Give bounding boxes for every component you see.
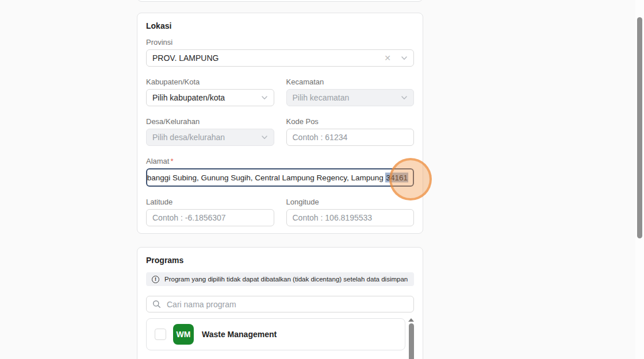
info-icon xyxy=(152,276,159,283)
search-icon xyxy=(152,300,161,308)
provinsi-select[interactable]: PROV. LAMPUNG ✕ xyxy=(146,49,414,67)
desa-select: Pilih desa/kelurahan xyxy=(146,129,274,146)
lokasi-card: Lokasi Provinsi PROV. LAMPUNG ✕ Kabupate… xyxy=(137,13,423,234)
kode-pos-label: Kode Pos xyxy=(286,117,415,126)
kabupaten-select[interactable]: Pilih kabupaten/kota xyxy=(146,89,274,106)
latitude-input[interactable] xyxy=(146,209,274,226)
lokasi-title: Lokasi xyxy=(146,21,414,30)
clear-icon[interactable]: ✕ xyxy=(384,54,391,62)
provinsi-field: Provinsi PROV. LAMPUNG ✕ xyxy=(146,38,414,67)
program-list: WM Waste Management xyxy=(146,318,405,359)
longitude-input[interactable] xyxy=(286,209,415,226)
kode-pos-field: Kode Pos xyxy=(286,117,415,146)
program-checkbox[interactable] xyxy=(155,329,166,340)
page-scrollbar-thumb[interactable] xyxy=(637,17,642,238)
program-list-scrollbar[interactable] xyxy=(408,318,414,359)
chevron-down-icon xyxy=(261,134,268,141)
chevron-down-icon xyxy=(261,94,268,101)
desa-field: Desa/Kelurahan Pilih desa/kelurahan xyxy=(146,117,274,146)
kecamatan-label: Kecamatan xyxy=(286,78,415,86)
alamat-value: ih, Terbanggi Subing, Gunung Sugih, Cent… xyxy=(146,173,408,182)
provinsi-label: Provinsi xyxy=(146,38,414,47)
kabupaten-field: Kabupaten/Kota Pilih kabupaten/kota xyxy=(146,78,274,106)
kabupaten-label: Kabupaten/Kota xyxy=(146,78,274,86)
alamat-input[interactable]: ih, Terbanggi Subing, Gunung Sugih, Cent… xyxy=(146,168,414,187)
program-search xyxy=(146,296,414,312)
kode-pos-input[interactable] xyxy=(286,129,415,146)
programs-title: Programs xyxy=(146,256,414,265)
program-list-area: WM Waste Management xyxy=(146,318,414,359)
alamat-field: Alamat* ih, Terbanggi Subing, Gunung Sug… xyxy=(146,157,414,187)
chevron-down-icon xyxy=(401,94,408,101)
program-list-scroll-thumb[interactable] xyxy=(409,323,414,359)
scroll-up-arrow-icon[interactable] xyxy=(408,318,414,322)
alamat-label: Alamat* xyxy=(146,157,414,165)
desa-label: Desa/Kelurahan xyxy=(146,117,274,126)
kecamatan-select: Pilih kecamatan xyxy=(286,89,415,106)
alamat-selected-text: 34161 xyxy=(385,173,408,183)
longitude-label: Longitude xyxy=(286,198,415,206)
longitude-field: Longitude xyxy=(286,198,415,226)
kabupaten-placeholder: Pilih kabupaten/kota xyxy=(152,93,261,102)
latitude-field: Latitude xyxy=(146,198,274,226)
previous-card-cutoff xyxy=(137,0,423,2)
programs-card: Programs Program yang dipilih tidak dapa… xyxy=(137,247,423,359)
page-scrollbar-track[interactable] xyxy=(635,0,644,359)
required-asterisk: * xyxy=(170,157,173,165)
program-badge: WM xyxy=(173,324,194,345)
info-banner: Program yang dipilih tidak dapat dibatal… xyxy=(146,272,414,286)
info-banner-text: Program yang dipilih tidak dapat dibatal… xyxy=(164,276,408,283)
latitude-label: Latitude xyxy=(146,198,274,206)
kecamatan-field: Kecamatan Pilih kecamatan xyxy=(286,78,415,106)
program-search-input[interactable] xyxy=(167,300,408,309)
provinsi-value: PROV. LAMPUNG xyxy=(152,53,384,63)
kecamatan-placeholder: Pilih kecamatan xyxy=(293,93,401,102)
program-item-waste-management[interactable]: WM Waste Management xyxy=(146,318,405,350)
program-name: Waste Management xyxy=(202,330,277,339)
desa-placeholder: Pilih desa/kelurahan xyxy=(152,133,261,142)
chevron-down-icon xyxy=(401,55,408,61)
